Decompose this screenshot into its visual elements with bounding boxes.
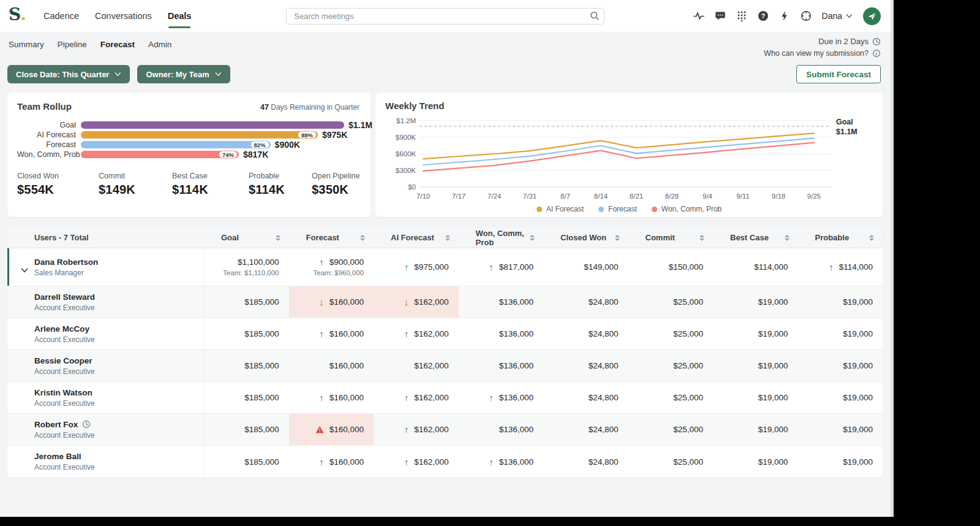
column-header-won-comm-prob[interactable]: Won, Comm, Prob [459,227,544,248]
salesloft-logo[interactable]: S. [9,6,26,23]
table-row-bessie-cooper[interactable]: Bessie CooperAccount Executive$185,000$1… [7,350,883,382]
cell-probable: $19,000 [798,318,883,349]
table-row-darrell-steward[interactable]: Darrell StewardAccount Executive$185,000… [7,286,883,318]
column-header-best-case[interactable]: Best Case [713,227,798,248]
rollup-bar-fill: 82% [81,141,271,148]
svg-text:8/21: 8/21 [630,192,643,200]
activity-icon[interactable] [693,10,704,21]
cell-probable: $19,000 [798,350,883,381]
rollup-header: Team Rollup 47 Days Remaining in Quarter [17,101,366,112]
cell-ai-forecast: ↓$162,000 [374,286,459,318]
lightning-icon[interactable] [779,10,790,21]
cell-forecast: ↓$160,000 [289,286,374,318]
help-icon[interactable]: ? [758,10,769,21]
sort-icon[interactable] [785,235,790,241]
up-arrow-icon: ↑ [489,457,494,467]
svg-text:$0: $0 [408,183,416,191]
svg-text:?: ? [761,12,764,20]
rollup-bar-ai-forecast: AI Forecast88%$975K [17,130,366,140]
cell-ai-forecast: ↑$162,000 [374,446,459,478]
up-arrow-icon: ↑ [404,457,409,467]
cell-value: $160,000 [330,361,364,370]
stat-open-pipeline: Open Pipeline$350K [312,172,360,197]
cell-value: $136,000 [499,329,533,338]
cell-amount: $136,000 [499,457,533,467]
sort-icon[interactable] [615,235,620,241]
close-date-filter[interactable]: Close Date: This Quarter [7,65,130,83]
cell-amount: $114,000 [839,262,873,272]
submit-forecast-button[interactable]: Submit Forecast [796,65,881,83]
cell-best-case: $19,000 [713,286,798,318]
down-arrow-icon: ↓ [404,297,409,307]
cell-amount: $25,000 [673,329,703,338]
column-header-probable[interactable]: Probable [798,227,883,248]
avatar[interactable] [863,7,881,25]
table-row-dana-robertson[interactable]: Dana RobertsonSales Manager$1,100,000Tea… [7,248,883,286]
cell-amount: $24,800 [589,457,619,467]
svg-text:$900K: $900K [396,134,417,141]
cell-amount: $185,000 [244,361,279,370]
cell-commit: $25,000 [628,414,714,445]
table-row-arlene-mccoy[interactable]: Arlene McCoyAccount Executive$185,000↑$1… [7,318,883,350]
cell-ai-forecast: ↑$162,000 [374,318,459,349]
expand-chevron-icon[interactable] [21,264,28,270]
column-header-closed-won[interactable]: Closed Won [543,227,628,248]
cell-amount: $24,800 [589,329,619,338]
tab-forecast[interactable]: Forecast [100,40,135,49]
column-header-goal[interactable]: Goal [204,227,289,248]
up-arrow-icon: ↑ [489,393,494,402]
svg-text:8/14: 8/14 [594,192,608,200]
sort-icon[interactable] [699,235,704,241]
column-header-forecast[interactable]: Forecast [289,227,374,248]
cell-value: $19,000 [843,393,873,402]
cell-ai-forecast: ↑$162,000 [374,414,459,445]
tab-pipeline[interactable]: Pipeline [58,40,87,49]
cell-value: $19,000 [843,329,873,338]
owner-filter[interactable]: Owner: My Team [137,65,230,83]
cell-value: ↑$160,000 [319,457,364,467]
dialpad-icon[interactable] [736,10,747,21]
table-row-jerome-ball[interactable]: Jerome BallAccount Executive$185,000↑$16… [7,446,883,478]
sort-icon[interactable] [445,235,450,241]
svg-text:7/17: 7/17 [452,192,466,200]
cell-amount: $25,000 [673,297,703,307]
sort-icon[interactable] [276,235,281,241]
forecast-table: Users - 7 TotalGoalForecastAI ForecastWo… [7,227,883,478]
cell-value: $19,000 [843,297,873,307]
table-row-kristin-watson[interactable]: Kristin WatsonAccount Executive$185,000↑… [7,382,883,414]
svg-text:9/18: 9/18 [772,192,785,200]
sort-icon[interactable] [360,235,365,241]
up-arrow-icon: ↑ [319,457,324,467]
column-header-commit[interactable]: Commit [628,227,714,248]
svg-text:9/11: 9/11 [736,192,750,200]
topnav-item-cadence[interactable]: Cadence [43,1,79,31]
tab-admin[interactable]: Admin [148,40,172,49]
cell-amount: $19,000 [843,361,873,370]
due-text: Due in 2 Days [818,37,869,46]
svg-text:9/4: 9/4 [703,192,713,200]
cell-value: $150,000 [669,262,703,272]
sort-icon[interactable] [869,235,874,241]
chat-icon[interactable] [715,10,726,21]
sort-icon[interactable] [530,235,535,241]
cell-amount: $136,000 [499,361,533,370]
up-arrow-icon: ↑ [404,425,409,434]
stat-value: $114K [172,183,249,197]
cell-won-comm-prob: ↑$136,000 [459,382,544,413]
search-icon[interactable] [590,11,600,21]
cell-goal: $1,100,000Team: $1,110,000 [204,248,289,286]
search-input[interactable] [286,8,605,25]
cell-amount: $19,000 [758,425,788,434]
tab-summary[interactable]: Summary [9,40,44,49]
topnav-item-deals[interactable]: Deals [168,1,192,31]
user-cell: Jerome BallAccount Executive [7,446,204,478]
cell-value: ↑$160,000 [319,393,364,402]
cell-won-comm-prob: $136,000 [459,286,544,318]
compass-icon[interactable] [801,10,812,21]
column-header-ai-forecast[interactable]: AI Forecast [374,227,459,248]
down-arrow-icon: ↓ [319,297,324,307]
user-menu[interactable]: Dana [822,11,853,21]
table-row-robert-fox[interactable]: Robert FoxAccount Executive$185,000$160,… [7,414,883,446]
who-can-view-link[interactable]: Who can view my submission? [764,49,881,58]
topnav-item-conversations[interactable]: Conversations [95,1,152,31]
